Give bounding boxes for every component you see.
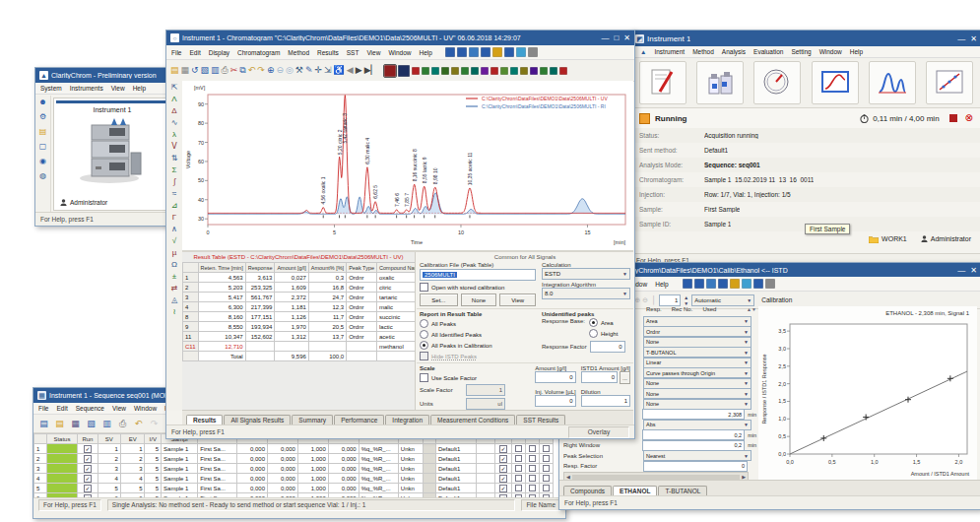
option-checkbox[interactable] <box>512 464 526 474</box>
radio-all-peaks-in-calibration[interactable]: All Peaks in Calibration <box>420 341 536 350</box>
menu-toolbar-icon[interactable] <box>765 279 775 289</box>
graph-tool-icon[interactable]: Λ <box>167 95 181 104</box>
option-checkbox[interactable] <box>512 484 526 493</box>
setting-select[interactable]: None▼ <box>643 388 751 399</box>
prev-icon[interactable]: ◀ <box>347 65 354 76</box>
chromatogram-plot[interactable]: 05101530405060708090[mV]Time[min]Voltage… <box>182 81 633 250</box>
menu-toolbar-icon[interactable] <box>445 47 455 57</box>
report-icon[interactable]: ▧ <box>201 65 210 76</box>
setting-select[interactable]: Nearest▼ <box>643 450 751 461</box>
calib-file-input[interactable]: 2506MULTI <box>420 269 536 281</box>
signal-color-swatch[interactable] <box>471 67 479 75</box>
menu-toolbar-icon[interactable] <box>730 279 740 289</box>
radio-all-identified-peaks[interactable]: All Identified Peaks <box>420 330 536 339</box>
radio-height[interactable]: Height <box>589 329 618 338</box>
run-checkbox[interactable]: ✓ <box>78 454 98 464</box>
option-checkbox[interactable] <box>539 454 553 464</box>
scale-icon[interactable]: ⇲ <box>324 65 332 76</box>
report-checkbox[interactable]: ✓ <box>495 474 512 484</box>
option-checkbox[interactable] <box>512 454 526 464</box>
setting-select[interactable]: None▼ <box>643 399 751 410</box>
menu-item-instruments[interactable]: Instruments <box>70 85 103 92</box>
undo-icon[interactable]: ↶ <box>248 65 256 76</box>
sequence-table[interactable]: StatusRunSVEVI/VSampl1✓115Sample 1First … <box>33 433 565 499</box>
undo-icon[interactable]: ↶ <box>132 418 145 430</box>
cut-icon[interactable]: ✂ <box>230 65 238 76</box>
menu-item-help[interactable]: Help <box>133 85 146 92</box>
chromatogram-button[interactable] <box>869 61 916 104</box>
graph-tool-icon[interactable]: ⇄ <box>167 284 181 294</box>
menu-toolbar-icon[interactable] <box>742 279 751 289</box>
graph-tool-icon[interactable]: ≀ <box>167 307 181 317</box>
project-indicator[interactable]: WORK1 <box>869 235 907 243</box>
report-checkbox[interactable]: ✓ <box>495 464 512 474</box>
integration-select[interactable]: 8.0▼ <box>542 288 630 299</box>
run-checkbox[interactable]: ✓ <box>78 484 98 493</box>
istd-more-button[interactable]: ... <box>620 371 630 384</box>
copy-icon[interactable]: ⧉ <box>239 65 245 76</box>
menu-toolbar-icon[interactable] <box>457 47 467 57</box>
option-checkbox[interactable] <box>512 444 526 454</box>
table-row[interactable]: Total9,596100,0 <box>183 352 417 361</box>
refresh-icon[interactable]: ↺ <box>191 65 199 76</box>
sequence-row[interactable]: 2✓225Sample 1First Sa...0,0000,0001,0000… <box>34 454 554 464</box>
method-setup-button[interactable] <box>639 61 686 104</box>
setting-input[interactable]: 0,2 <box>642 429 745 440</box>
new-icon[interactable]: ▤ <box>37 418 50 430</box>
tab-t-butanol[interactable]: T-BUTANOL <box>658 486 707 495</box>
table-row[interactable]: 46,300217,3991,18112,3Ordnrmalic <box>183 302 417 312</box>
sequence-row[interactable]: 1✓115Sample 1First Sa...0,0000,0001,0000… <box>34 444 554 454</box>
preview-icon[interactable]: ▥ <box>211 65 220 76</box>
dilution-input[interactable]: 1 <box>581 395 630 407</box>
menu-item-analysis[interactable]: Analysis <box>722 48 746 55</box>
signal-color-swatch[interactable] <box>540 67 548 75</box>
table-row[interactable]: 1110,347152,6021,31213,7Ordnracetic <box>183 332 417 342</box>
save-icon[interactable]: ▦ <box>181 65 190 76</box>
tab-performance[interactable]: Performance <box>334 415 384 424</box>
zoom-out-icon[interactable]: ⊖ <box>276 65 284 76</box>
signal-color-primary[interactable] <box>384 65 396 77</box>
redo-icon[interactable]: ↷ <box>257 65 265 76</box>
setting-select[interactable]: Curve passes through Origin▼ <box>643 367 751 378</box>
menu-item-help[interactable]: Help <box>655 281 668 288</box>
signal-color-swatch[interactable] <box>559 67 567 75</box>
menu-item-method[interactable]: Method <box>692 48 714 55</box>
network-icon[interactable]: ◍ <box>36 171 50 184</box>
menu-toolbar-icon[interactable] <box>528 47 538 57</box>
run-checkbox[interactable]: ✓ <box>78 474 98 484</box>
radio-all-peaks[interactable]: All Peaks <box>420 319 536 328</box>
save-icon[interactable]: ▦ <box>69 418 82 430</box>
view-label[interactable]: Calibration <box>761 296 792 303</box>
menu-toolbar-icon[interactable] <box>492 47 502 57</box>
setting-select[interactable]: Area▼ <box>643 316 751 327</box>
open-stored-checkbox[interactable]: Open with stored calibration <box>420 283 536 292</box>
setting-select[interactable]: T-BUTANOL▼ <box>643 347 751 358</box>
option-checkbox[interactable] <box>539 444 553 454</box>
signal-color-swatch[interactable] <box>412 67 420 75</box>
sequence-row[interactable]: 3✓335Sample 1First Sa...0,0000,0001,0000… <box>34 464 554 474</box>
table-row[interactable]: 88,160177,1511,12611,7Ordnrsuccinic <box>183 312 417 322</box>
menu-toolbar-icon[interactable] <box>694 279 704 289</box>
signal-color-swatch[interactable] <box>550 67 557 75</box>
wheel-icon[interactable]: ♿ <box>334 65 345 76</box>
signal-color-swatch[interactable] <box>441 67 449 75</box>
menu-item-results[interactable]: Results <box>317 49 339 56</box>
report-checkbox[interactable]: ✓ <box>495 444 512 454</box>
result-table[interactable]: Reten. Time [min]ResponseAmount [g/l]Amo… <box>182 262 416 361</box>
tool-icon[interactable]: ⚒ <box>295 65 303 76</box>
menu-toolbar-icon[interactable] <box>481 47 490 57</box>
graph-tool-icon[interactable]: ⇅ <box>167 154 181 163</box>
menu-toolbar-icon[interactable] <box>516 47 526 57</box>
table-row[interactable]: C1112,710methanol <box>183 342 417 352</box>
option-checkbox[interactable] <box>539 474 553 484</box>
table-row[interactable]: 98,550193,9341,97020,5Ordnrlactic <box>183 322 417 332</box>
move-icon[interactable]: ✛ <box>314 65 322 76</box>
open-icon[interactable]: ▤ <box>170 65 179 76</box>
signal-color-swatch[interactable] <box>431 67 439 75</box>
tab-results[interactable]: Results <box>186 415 223 424</box>
report-checkbox[interactable]: ✓ <box>495 484 512 493</box>
tab-all-signals-results[interactable]: All Signals Results <box>224 415 291 424</box>
folder-icon[interactable]: ▤ <box>36 127 50 140</box>
close-button[interactable]: ✕ <box>970 266 977 275</box>
tab-ethanol[interactable]: ETHANOL <box>613 486 657 495</box>
